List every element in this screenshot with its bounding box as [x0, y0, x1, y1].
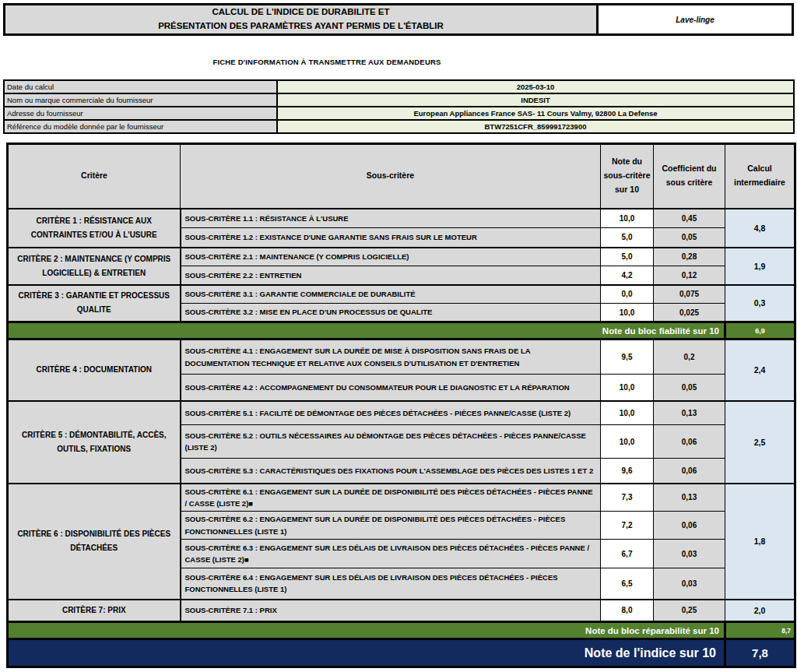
table-row: CRITÈRE 6 : DISPONIBILITÉ DES PIÈCES DÉT…: [8, 484, 795, 512]
col-header-critere: Critère: [8, 144, 181, 209]
sub-critere-note: 8,0: [601, 600, 654, 622]
sub-critere-note: 10,0: [601, 375, 654, 401]
table-row: CRITÈRE 1 : RÉSISTANCE AUX CONTRAINTES E…: [8, 209, 795, 228]
sub-critere-label: SOUS-CRITÈRE 5.1 : FACILITÉ DE DÉMONTAGE…: [181, 401, 601, 425]
sub-critere-coef: 0,075: [654, 285, 725, 304]
info-label: Date du calcul: [4, 80, 277, 93]
sub-critere-coef: 0,06: [654, 512, 725, 540]
reparabilite-value: 8,7: [725, 622, 795, 639]
sub-critere-note: 6,7: [601, 540, 654, 568]
sub-critere-coef: 0,05: [654, 375, 725, 401]
sub-critere-note: 9,5: [601, 340, 654, 375]
info-label: Référence du modèle donnée par le fourni…: [4, 120, 277, 133]
sub-critere-note: 5,0: [601, 248, 654, 266]
info-label: Nom ou marque commerciale du fournisseur: [4, 93, 277, 107]
fiabilite-summary-row: Note du bloc fiabilité sur 10 6,9: [8, 322, 795, 340]
critere-4-calc: 2,4: [725, 340, 795, 401]
table-row: CRITÈRE 7: PRIX SOUS-CRITÈRE 7.1 : PRIX …: [8, 600, 795, 622]
critere-3-label: CRITÈRE 3 : GARANTIE ET PROCESSUS QUALIT…: [8, 285, 181, 322]
sub-critere-label: SOUS-CRITÈRE 3.2 : MISE EN PLACE D'UN PR…: [181, 304, 601, 322]
title-block: CALCUL DE L'INDICE DE DURABILITE ET PRÉS…: [3, 3, 794, 36]
info-row-brand: Nom ou marque commerciale du fournisseur…: [4, 93, 794, 107]
col-header-sous-critere: Sous-critère: [181, 144, 601, 209]
table-row: CRITÈRE 2 : MAINTENANCE (Y COMPRIS LOGIC…: [8, 248, 795, 266]
sub-critere-coef: 0,13: [654, 401, 725, 425]
table-row: CRITÈRE 3 : GARANTIE ET PROCESSUS QUALIT…: [8, 285, 795, 304]
sub-critere-coef: 0,03: [654, 568, 725, 600]
sub-critere-note: 10,0: [601, 304, 654, 322]
sub-critere-label: SOUS-CRITÈRE 5.3 : CARACTÉRISTIQUES DES …: [181, 459, 601, 484]
sub-critere-label: SOUS-CRITÈRE 4.2 : ACCOMPAGNEMENT DU CON…: [181, 375, 601, 401]
sub-critere-label: SOUS-CRITÈRE 7.1 : PRIX: [181, 600, 601, 622]
critere-6-calc: 1,8: [725, 484, 795, 600]
critere-7-calc: 2,0: [725, 600, 795, 622]
sub-critere-coef: 0,12: [654, 266, 725, 285]
sub-critere-label: SOUS-CRITÈRE 6.1 : ENGAGEMENT SUR LA DUR…: [181, 484, 601, 512]
critere-3-calc: 0,3: [725, 285, 795, 322]
sub-critere-coef: 0,25: [654, 600, 725, 622]
sheet-subtitle: FICHE D'INFORMATION À TRANSMETTRE AUX DE…: [0, 58, 654, 66]
fiabilite-label: Note du bloc fiabilité sur 10: [8, 322, 725, 340]
critere-5-calc: 2,5: [725, 401, 795, 484]
info-value: BTW7251CFR_859991723900: [277, 120, 794, 133]
sub-critere-note: 7,2: [601, 512, 654, 540]
info-value: European Appliances France SAS- 11 Cours…: [277, 107, 794, 120]
fiabilite-value: 6,9: [725, 322, 795, 340]
sub-critere-note: 5,0: [601, 228, 654, 248]
info-row-date: Date du calcul 2025-03-10: [4, 80, 794, 93]
sub-critere-label: SOUS-CRITÈRE 2.2 : ENTRETIEN: [181, 266, 601, 285]
critere-5-label: CRITÈRE 5 : DÉMONTABILITÉ, ACCÈS, OUTILS…: [8, 401, 181, 484]
sub-critere-note: 9,6: [601, 459, 654, 484]
sub-critere-label: SOUS-CRITÈRE 6.4 : ENGAGEMENT SUR LES DÉ…: [181, 568, 601, 600]
product-type-label: Lave-linge: [599, 5, 792, 33]
supplier-info-table: Date du calcul 2025-03-10 Nom ou marque …: [3, 79, 795, 134]
sub-critere-label: SOUS-CRITÈRE 3.1 : GARANTIE COMMERCIALE …: [181, 285, 601, 304]
sub-critere-note: 10,0: [601, 401, 654, 425]
page-title: CALCUL DE L'INDICE DE DURABILITE ET PRÉS…: [5, 5, 599, 33]
sub-critere-coef: 0,06: [654, 425, 725, 459]
indice-total-row: Note de l'indice sur 10 7,8: [8, 639, 795, 667]
sub-critere-note: 6,5: [601, 568, 654, 600]
sub-critere-coef: 0,45: [654, 209, 725, 228]
reparabilite-label: Note du bloc réparabilité sur 10: [8, 622, 725, 639]
sub-critere-note: 10,0: [601, 209, 654, 228]
sub-critere-label: SOUS-CRITÈRE 1.1 : RÉSISTANCE À L'USURE: [181, 209, 601, 228]
critere-1-label: CRITÈRE 1 : RÉSISTANCE AUX CONTRAINTES E…: [8, 209, 181, 248]
col-header-coefficient: Coefficient du sous critère: [654, 144, 725, 209]
durability-index-sheet: CALCUL DE L'INDICE DE DURABILITE ET PRÉS…: [0, 0, 797, 672]
critere-6-label: CRITÈRE 6 : DISPONIBILITÉ DES PIÈCES DÉT…: [8, 484, 181, 600]
sub-critere-coef: 0,13: [654, 484, 725, 512]
table-row: CRITÈRE 4 : DOCUMENTATION SOUS-CRITÈRE 4…: [8, 340, 795, 375]
sub-critere-label: SOUS-CRITÈRE 1.2 : EXISTANCE D'UNE GARAN…: [181, 228, 601, 248]
sub-critere-coef: 0,05: [654, 228, 725, 248]
sub-critere-coef: 0,06: [654, 459, 725, 484]
page-title-line2: PRÉSENTATION DES PARAMÈTRES AYANT PERMIS…: [158, 19, 444, 33]
sub-critere-label: SOUS-CRITÈRE 5.2 : OUTILS NÉCESSAIRES AU…: [181, 425, 601, 459]
info-row-model-ref: Référence du modèle donnée par le fourni…: [4, 120, 794, 133]
critere-4-label: CRITÈRE 4 : DOCUMENTATION: [8, 340, 181, 401]
page-title-line1: CALCUL DE L'INDICE DE DURABILITE ET: [212, 5, 389, 19]
info-value: 2025-03-10: [277, 80, 794, 93]
sub-critere-coef: 0,03: [654, 540, 725, 568]
table-row: CRITÈRE 5 : DÉMONTABILITÉ, ACCÈS, OUTILS…: [8, 401, 795, 425]
sub-critere-label: SOUS-CRITÈRE 2.1 : MAINTENANCE (Y COMPRI…: [181, 248, 601, 266]
sub-critere-label: SOUS-CRITÈRE 6.2 : ENGAGEMENT SUR LA DUR…: [181, 512, 601, 540]
critere-7-label: CRITÈRE 7: PRIX: [8, 600, 181, 622]
reparabilite-summary-row: Note du bloc réparabilité sur 10 8,7: [8, 622, 795, 639]
indice-value: 7,8: [725, 639, 795, 667]
sub-critere-coef: 0,28: [654, 248, 725, 266]
sub-critere-note: 10,0: [601, 425, 654, 459]
criteria-table: Critère Sous-critère Note du sous-critèr…: [6, 142, 796, 668]
col-header-note: Note du sous-critère sur 10: [601, 144, 654, 209]
info-value: INDESIT: [277, 93, 794, 107]
sub-critere-note: 0,0: [601, 285, 654, 304]
indice-label: Note de l'indice sur 10: [8, 639, 725, 667]
sub-critere-note: 7,3: [601, 484, 654, 512]
sub-critere-label: SOUS-CRITÈRE 4.1 : ENGAGEMENT SUR LA DUR…: [181, 340, 601, 375]
table-header-row: Critère Sous-critère Note du sous-critèr…: [8, 144, 795, 209]
sub-critere-note: 4,2: [601, 266, 654, 285]
sub-critere-coef: 0,2: [654, 340, 725, 375]
info-label: Adresse du fournisseur: [4, 107, 277, 120]
critere-2-label: CRITÈRE 2 : MAINTENANCE (Y COMPRIS LOGIC…: [8, 248, 181, 285]
critere-2-calc: 1,9: [725, 248, 795, 285]
